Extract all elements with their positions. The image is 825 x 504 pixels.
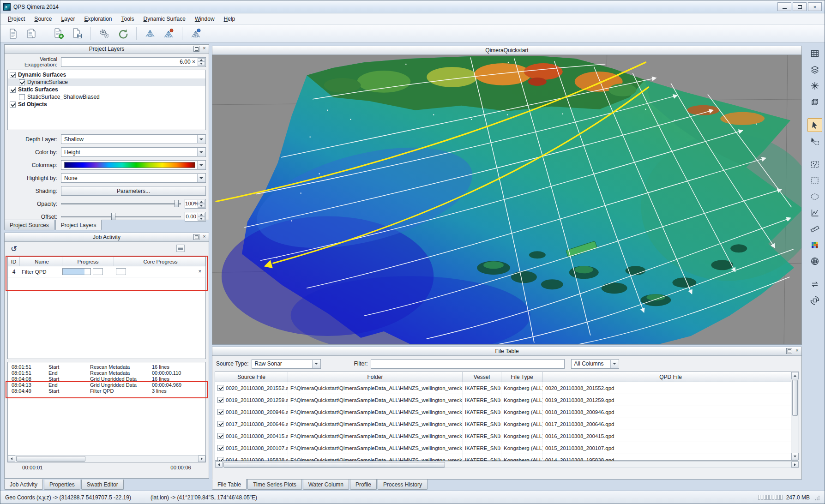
axes-3d-icon[interactable] [807, 79, 822, 93]
scroll-left-icon[interactable] [215, 462, 223, 468]
shading-parameters-button[interactable]: Parameters... [61, 186, 206, 196]
float-panel-icon[interactable] [193, 234, 199, 240]
scrollbar-thumb[interactable] [792, 380, 798, 416]
job-row[interactable]: 4 Filter QPD × [8, 266, 205, 277]
open-project-button[interactable] [24, 26, 39, 41]
file-table-row[interactable]: 0015_20110308_200107.all F:\QimeraQuicks… [215, 442, 799, 454]
menu-item[interactable]: Dynamic Surface [139, 14, 190, 24]
column-folder[interactable]: Folder [288, 372, 463, 382]
filter-input[interactable] [371, 359, 565, 369]
close-panel-icon[interactable]: × [794, 348, 800, 354]
column-id[interactable]: ID [8, 257, 20, 266]
file-table-row[interactable]: 0017_20110308_200646.all F:\QimeraQuicks… [215, 418, 799, 430]
rotate-3d-icon[interactable] [807, 294, 822, 307]
spin-down-icon[interactable] [198, 217, 205, 221]
row-checkbox[interactable] [217, 433, 223, 439]
refresh-button[interactable] [115, 26, 131, 41]
scrollbar-thumb[interactable] [16, 456, 85, 462]
map-viewport-3d[interactable] [212, 55, 801, 344]
tree-item-dynamicsurface[interactable]: DynamicSurface [8, 78, 205, 86]
profile-chart-icon[interactable] [807, 206, 822, 220]
log-options-icon[interactable] [176, 245, 185, 252]
spin-up-icon[interactable] [198, 58, 205, 62]
menu-item[interactable]: Window [190, 14, 219, 24]
column-source-file[interactable]: Source File [215, 372, 288, 382]
close-button[interactable]: × [808, 2, 822, 11]
scroll-left-icon[interactable] [8, 456, 15, 462]
grid-surface-icon[interactable] [807, 254, 822, 268]
patch-test-tool-button[interactable] [188, 26, 204, 41]
scroll-right-icon[interactable] [198, 456, 205, 462]
colormap-select[interactable] [61, 160, 206, 170]
depth-layer-select[interactable]: Shallow [61, 134, 206, 144]
checkbox-checked-icon[interactable] [10, 72, 16, 78]
undo-icon[interactable]: ↺ [8, 243, 19, 254]
highlight-by-select[interactable]: None [61, 173, 206, 183]
job-activity-header[interactable]: Job Activity × [5, 233, 209, 242]
menu-item[interactable]: Tools [116, 14, 139, 24]
tab-properties[interactable]: Properties [44, 480, 80, 490]
menu-item[interactable]: Layer [56, 14, 79, 24]
column-core-progress[interactable]: Core Progress [114, 257, 205, 266]
add-raw-sonar-files-button[interactable] [51, 26, 66, 41]
menu-item[interactable]: Project [3, 14, 30, 24]
source-type-select[interactable]: Raw Sonar [252, 359, 321, 369]
scrollbar-thumb[interactable] [223, 462, 445, 468]
scene-header[interactable]: QimeraQuickstart [212, 46, 801, 55]
resize-grip[interactable] [813, 494, 820, 501]
spin-down-icon[interactable] [198, 204, 205, 208]
swap-views-icon[interactable] [807, 277, 822, 291]
column-name[interactable]: Name [20, 257, 62, 266]
row-checkbox[interactable] [217, 409, 223, 415]
float-panel-icon[interactable] [193, 46, 199, 52]
offset-spinbox[interactable]: 0.00 [185, 212, 206, 222]
tab-project-sources[interactable]: Project Sources [4, 220, 54, 230]
checkbox-checked-icon[interactable] [10, 102, 16, 108]
row-checkbox[interactable] [217, 397, 223, 403]
tree-item-staticsurface-shallowbiased[interactable]: StaticSurface_ShallowBiased [8, 93, 205, 101]
file-table-row[interactable]: 0016_20110308_200415.all F:\QimeraQuicks… [215, 430, 799, 442]
color-grid-icon[interactable] [807, 238, 822, 252]
opacity-slider-handle[interactable] [175, 200, 179, 207]
tree-item-sd-objects[interactable]: Sd Objects [8, 101, 205, 108]
checkbox-checked-icon[interactable] [10, 87, 16, 93]
processing-settings-button[interactable] [96, 26, 112, 41]
grid-view-icon[interactable] [807, 47, 822, 60]
tab-process-history[interactable]: Process History [378, 480, 428, 490]
select-points-icon[interactable] [807, 157, 822, 171]
file-table-header[interactable]: File Table × [212, 347, 801, 356]
offset-slider-handle[interactable] [111, 213, 115, 220]
select-rectangle-icon[interactable] [807, 174, 822, 187]
menu-item[interactable]: Source [30, 14, 56, 24]
swath-editor-tool-button[interactable] [142, 26, 158, 41]
swath-coverage-tool-button[interactable] [161, 26, 176, 41]
file-table-row[interactable]: 0019_20110308_201259.all F:\QimeraQuicks… [215, 394, 799, 406]
tab-file-table[interactable]: File Table [212, 479, 247, 490]
column-vessel[interactable]: Vessel [463, 372, 501, 382]
columns-filter-select[interactable]: All Columns [571, 359, 619, 369]
new-project-button[interactable] [5, 26, 21, 41]
project-layers-header[interactable]: Project Layers × [5, 45, 209, 54]
opacity-spinbox[interactable]: 100% [185, 199, 206, 209]
file-table-row[interactable]: 0020_20110308_201552.all F:\QimeraQuicks… [215, 382, 799, 394]
tab-profile[interactable]: Profile [350, 480, 377, 490]
select-cursor-icon[interactable] [807, 118, 822, 132]
tab-swath-editor[interactable]: Swath Editor [81, 480, 124, 490]
file-table-horizontal-scrollbar[interactable] [215, 461, 799, 468]
scroll-down-icon[interactable] [791, 453, 799, 460]
column-qpd-file[interactable]: QPD File [543, 372, 799, 382]
bounding-cube-icon[interactable] [807, 95, 822, 109]
window-titlebar[interactable]: QPS Qimera 2014 × [0, 0, 825, 13]
menu-item[interactable]: Help [219, 14, 240, 24]
tree-item-dynamic-surfaces[interactable]: Dynamic Surfaces [8, 71, 205, 78]
row-checkbox[interactable] [217, 385, 223, 391]
opacity-slider[interactable] [61, 199, 181, 209]
column-file-type[interactable]: File Type [501, 372, 543, 382]
color-by-select[interactable]: Height [61, 147, 206, 157]
close-panel-icon[interactable]: × [201, 234, 207, 240]
measure-ruler-icon[interactable] [807, 222, 822, 236]
checkbox-unchecked-icon[interactable] [19, 94, 25, 100]
scroll-right-icon[interactable] [791, 462, 799, 468]
spin-up-icon[interactable] [198, 213, 205, 217]
log-horizontal-scrollbar[interactable] [8, 455, 205, 462]
